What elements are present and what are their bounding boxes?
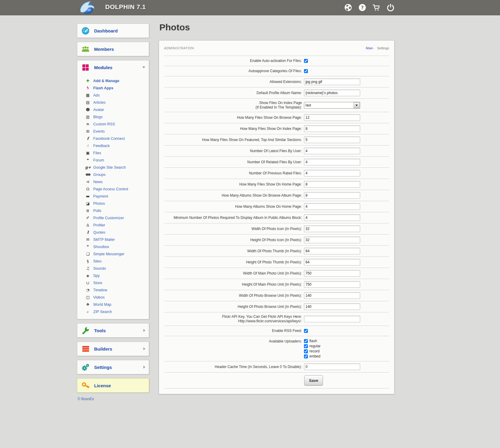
ads-icon: ▦	[85, 93, 90, 98]
sidebar-item-label: Builders	[94, 346, 112, 351]
sidebar-item-spy[interactable]: ◈Spy	[77, 272, 149, 279]
sidebar-item-zip-search[interactable]: ⌕ZIP Search	[77, 308, 149, 315]
messenger-icon: ❏	[85, 252, 90, 256]
sidebar-item-label: Polls	[93, 209, 101, 213]
previous-rated-files-input[interactable]	[304, 170, 360, 176]
sidebar-item-feedback[interactable]: ☝Feedback	[77, 142, 149, 149]
globe-icon[interactable]	[344, 3, 352, 12]
map-pin-icon: ❖	[85, 302, 90, 307]
sidebar-item-store[interactable]: ⊔Store	[77, 279, 149, 287]
cart-icon[interactable]	[372, 3, 381, 12]
sidebar-item-timeline[interactable]: ◔Timeline	[77, 287, 149, 294]
sidebar-item-events[interactable]: ⊞Events	[77, 128, 149, 135]
sidebar-item-page-access-control[interactable]: ΩPage Access Control	[77, 186, 149, 193]
field-label: Height Of Photo Browse Unit (In Pixels):	[164, 305, 304, 309]
default-album-name-input[interactable]	[304, 90, 360, 96]
sidebar-item-add-manage[interactable]: ✚Add & Manage	[77, 77, 149, 84]
albums-browse-page-input[interactable]	[304, 192, 360, 199]
enable-auto-activation-checkbox[interactable]	[304, 59, 308, 63]
grid-icon	[81, 63, 90, 72]
sidebar-item-polls[interactable]: ≣Polls	[77, 207, 149, 214]
sidebar-item-sites[interactable]: §Sites	[77, 258, 149, 265]
plus-icon: ✚	[85, 78, 90, 83]
files-index-page-input[interactable]	[304, 125, 360, 132]
sidebar-item-facebook-connect[interactable]: fFacebook Connect	[77, 135, 149, 142]
photo-icon-height-input[interactable]	[304, 237, 360, 243]
sidebar-item-profile-customizer[interactable]: ✐Profile Customizer	[77, 214, 149, 222]
sidebar-item-videos[interactable]: ◫Videos	[77, 294, 149, 301]
save-button[interactable]: Save	[304, 375, 323, 385]
sidebar-item-blogs[interactable]: ▥Blogs	[77, 113, 149, 121]
field-label: Height Of Photo Thumb (In Pixels):	[164, 260, 304, 265]
albums-home-page-input[interactable]	[304, 203, 360, 210]
uploader-record-checkbox[interactable]	[304, 349, 308, 353]
boonex-footer-link[interactable]: © BoonEx	[78, 397, 149, 401]
photo-thumb-width-input[interactable]	[304, 248, 360, 254]
sidebar-item-world-map[interactable]: ❖World Map	[77, 301, 149, 308]
uploader-embed-checkbox[interactable]	[304, 354, 308, 358]
sidebar-item-flash-apps[interactable]: ϟFlash Apps	[77, 84, 149, 92]
bars-icon	[81, 345, 90, 353]
power-icon[interactable]	[386, 3, 395, 12]
photo-icon-width-input[interactable]	[304, 226, 360, 232]
sidebar-item-simple-messenger[interactable]: ❏Simple Messenger	[77, 250, 149, 258]
sidebar-item-builders[interactable]: Builders	[77, 342, 149, 356]
main-photo-height-input[interactable]	[304, 281, 360, 288]
field-label: How Many Albums Show On Browse Album Pag…	[164, 193, 304, 198]
photo-thumb-height-input[interactable]	[304, 259, 360, 265]
files-home-page-input[interactable]	[304, 181, 360, 188]
sidebar-item-profiler[interactable]: ΔProfiler	[77, 222, 149, 229]
panel-tabs: Main · Settings	[366, 46, 389, 50]
uploader-flash-checkbox[interactable]	[304, 339, 308, 343]
wrench-icon	[81, 327, 90, 335]
photo-browse-width-input[interactable]	[304, 292, 360, 299]
sidebar-item-avatar[interactable]: ☻Avatar	[77, 106, 149, 113]
sidebar-item-groups[interactable]: ☻☻Groups	[77, 171, 149, 178]
padlock-icon: Ω	[85, 187, 90, 192]
uploader-option-label: embed	[309, 354, 321, 358]
photo-browse-height-input[interactable]	[304, 303, 360, 310]
sidebar-item-tools[interactable]: Tools	[77, 324, 149, 337]
sidebar-item-sounds[interactable]: ♫Sounds	[77, 265, 149, 272]
sidebar-item-custom-rss[interactable]: ≋Custom RSS	[77, 121, 149, 128]
quote-icon: I	[85, 230, 90, 235]
sidebar-item-photos[interactable]: ◪Photos	[77, 200, 149, 207]
gauge-icon	[81, 27, 90, 35]
sidebar-item-settings[interactable]: Settings	[77, 360, 149, 374]
min-photos-album-input[interactable]	[304, 214, 360, 221]
header-cache-time-input[interactable]	[304, 364, 360, 370]
sidebar-item-shoutbox[interactable]: ❞Shoutbox	[77, 243, 149, 250]
form-row: Height Of Photo Thumb (In Pixels):	[164, 257, 389, 268]
flickr-api-key-input[interactable]	[304, 316, 360, 322]
autoapprove-categories-checkbox[interactable]	[304, 69, 308, 73]
show-files-index-select[interactable]: last	[304, 102, 360, 109]
sidebar-item-label: Members	[94, 47, 114, 52]
sidebar-item-license[interactable]: License	[77, 379, 149, 392]
sidebar-item-files[interactable]: ▣Files	[77, 149, 149, 157]
tab-settings[interactable]: Settings	[377, 46, 389, 50]
sidebar-item-google-site-search[interactable]: g+Google Site Search	[77, 164, 149, 171]
form-row: Header Cache Time (In Seconds, Leave 0 T…	[164, 361, 389, 373]
sidebar-item-members[interactable]: Members	[77, 42, 149, 56]
sidebar-item-label: SMTP Mailer	[93, 238, 115, 242]
help-icon[interactable]: ?	[358, 3, 367, 12]
related-files-user-input[interactable]	[304, 159, 360, 165]
sidebar-item-payment[interactable]: ▬Payment	[77, 193, 149, 200]
sidebar-item-dashboard[interactable]: Dashboard	[77, 24, 149, 38]
enable-rss-feed-checkbox[interactable]	[304, 329, 308, 333]
latest-files-user-input[interactable]	[304, 148, 360, 154]
sidebar-item-quotes[interactable]: IQuotes	[77, 229, 149, 236]
sidebar-item-modules[interactable]: Modules	[77, 60, 149, 74]
select-dropdown-button	[354, 102, 360, 108]
allowed-extensions-input[interactable]	[304, 78, 360, 85]
files-browse-page-input[interactable]	[304, 114, 360, 121]
main-photo-width-input[interactable]	[304, 270, 360, 277]
sidebar-item-news[interactable]: ⊲News	[77, 178, 149, 186]
sidebar-item-ads[interactable]: ▦Ads	[77, 92, 149, 99]
sidebar-item-articles[interactable]: ▤Articles	[77, 99, 149, 106]
tab-main[interactable]: Main	[366, 46, 373, 50]
uploader-regular-checkbox[interactable]	[304, 344, 308, 348]
sidebar-item-forum[interactable]: ❝Forum	[77, 157, 149, 164]
files-featured-sections-input[interactable]	[304, 137, 360, 143]
sidebar-item-smtp-mailer[interactable]: ✉SMTP Mailer	[77, 236, 149, 243]
